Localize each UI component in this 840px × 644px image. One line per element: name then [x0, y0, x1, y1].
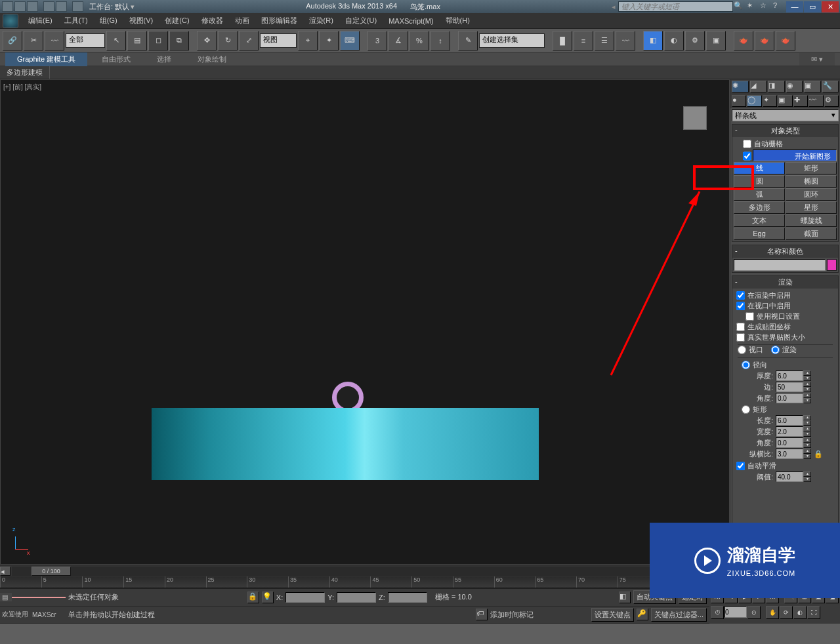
render-setup-icon[interactable]: ⚙ [685, 31, 705, 50]
rect-region-icon[interactable]: ◻ [148, 31, 168, 50]
new-icon[interactable] [2, 1, 13, 12]
curve-editor-icon[interactable]: 〰 [616, 31, 635, 50]
gen-mapping-checkbox[interactable] [736, 323, 745, 331]
help-icon[interactable]: ? [773, 1, 785, 12]
length-spinner[interactable]: ▴▾ [776, 415, 812, 426]
menu-group[interactable]: 组(G) [94, 14, 123, 28]
viewport[interactable]: [+] [前] [真实] z x [0, 79, 730, 565]
tab-utilities-icon[interactable]: 🔧 [822, 81, 839, 92]
move-icon[interactable]: ✥ [197, 31, 217, 50]
sub-systems-icon[interactable]: ⚙ [824, 95, 839, 107]
obj-btn-text[interactable]: 文本 [734, 214, 785, 227]
obj-btn-ngon[interactable]: 多边形 [734, 201, 785, 214]
edit-named-sel-icon[interactable]: ✎ [458, 31, 478, 50]
add-time-tag[interactable]: 添加时间标记 [490, 610, 534, 620]
nav-pan-icon[interactable]: ✋ [766, 606, 779, 619]
obj-btn-egg[interactable]: Egg [734, 228, 785, 240]
ribbon-envelope-icon[interactable]: ✉ ▾ [799, 53, 835, 66]
tab-create-icon[interactable]: ✺ [732, 81, 749, 92]
use-vp-settings-checkbox[interactable] [746, 312, 754, 321]
project-icon[interactable] [72, 1, 83, 12]
mirror-icon[interactable]: ▐▌ [553, 31, 572, 50]
radio-viewport[interactable] [738, 346, 746, 354]
object-color-swatch[interactable] [827, 259, 837, 271]
pivot-icon[interactable]: ⌖ [298, 31, 318, 50]
menu-tools[interactable]: 工具(T) [58, 14, 94, 28]
keyboard-shortcut-override-icon[interactable]: ⌨ [340, 31, 360, 50]
app-logo-icon[interactable] [3, 14, 18, 28]
snap-spinner-icon[interactable]: ↕ [430, 31, 450, 50]
obj-btn-donut[interactable]: 圆环 [786, 188, 837, 201]
menu-create[interactable]: 创建(C) [159, 14, 195, 28]
x-input[interactable] [285, 592, 325, 603]
menu-views[interactable]: 视图(V) [123, 14, 159, 28]
radio-render[interactable] [771, 346, 780, 354]
snap-3-icon[interactable]: 3 [368, 31, 387, 50]
scene-cylinder-object[interactable] [152, 408, 539, 480]
start-new-shape-button[interactable]: 开始新图形 [753, 150, 837, 161]
tab-display-icon[interactable]: ▣ [804, 81, 821, 92]
render-production-icon[interactable]: 🫖 [734, 31, 753, 50]
unlink-icon[interactable]: ✂ [24, 31, 43, 50]
sides-spinner[interactable]: ▴▾ [776, 382, 812, 392]
angle-spinner[interactable]: ▴▾ [776, 393, 812, 403]
ribbon-tab-freeform[interactable]: 自由形式 [90, 52, 142, 66]
obj-btn-helix[interactable]: 螺旋线 [786, 214, 837, 227]
render-iterative-icon[interactable]: 🫖 [755, 31, 774, 50]
ribbon-tab-graphite[interactable]: Graphite 建模工具 [5, 52, 87, 66]
nav-max-toggle-icon[interactable]: ⛶ [807, 606, 820, 619]
ref-coord-dropdown[interactable]: 视图 [260, 33, 297, 48]
timeslider-handle[interactable]: 0 / 100 [32, 567, 71, 576]
obj-btn-section[interactable]: 截面 [786, 228, 837, 240]
selection-filter-dropdown[interactable]: 全部 [66, 33, 105, 48]
new-shape-checkbox[interactable] [743, 151, 751, 161]
isolate-icon[interactable]: 💡 [262, 592, 274, 603]
tab-hierarchy-icon[interactable]: ◨ [768, 81, 785, 92]
tab-motion-icon[interactable]: ◉ [786, 81, 803, 92]
obj-btn-star[interactable]: 星形 [786, 201, 837, 214]
y-input[interactable] [337, 592, 376, 603]
ribbon-poly-modeling[interactable]: 多边形建模 [0, 66, 50, 79]
window-crossing-icon[interactable]: ⧉ [169, 31, 189, 50]
sub-helpers-icon[interactable]: ✚ [793, 95, 808, 107]
rollout-header-name-color[interactable]: 名称和颜色 [732, 245, 838, 258]
sub-cameras-icon[interactable]: ▣ [778, 95, 792, 107]
window-maximize-icon[interactable]: ▭ [804, 1, 821, 12]
obj-btn-rectangle[interactable]: 矩形 [786, 162, 837, 174]
autosmooth-checkbox[interactable] [736, 462, 745, 470]
undo-icon[interactable] [43, 1, 54, 12]
open-icon[interactable] [14, 1, 26, 12]
angle2-spinner[interactable]: ▴▾ [776, 437, 812, 448]
search-input[interactable] [618, 1, 733, 12]
redo-icon[interactable] [56, 1, 67, 12]
timeslider-prev-icon[interactable]: ◂ [0, 567, 10, 576]
snap-percent-icon[interactable]: % [410, 31, 429, 50]
lock-icon[interactable]: 🔒 [814, 450, 823, 458]
menu-edit[interactable]: 编辑(E) [22, 14, 58, 28]
search-left-caret-icon[interactable]: ◂ [612, 3, 616, 11]
schematic-view-icon[interactable]: ◧ [643, 31, 663, 50]
obj-btn-circle[interactable]: 圆 [734, 175, 785, 188]
comm-center-icon[interactable]: ✶ [747, 1, 759, 12]
select-name-icon[interactable]: ▤ [127, 31, 147, 50]
enable-viewport-checkbox[interactable] [736, 302, 745, 310]
setkey-button[interactable]: 设置关键点 [591, 608, 634, 622]
align-icon[interactable]: ≡ [574, 31, 593, 50]
viewport-label[interactable]: [+] [前] [真实] [3, 83, 41, 92]
menu-help[interactable]: 帮助(H) [440, 14, 476, 28]
threshold-spinner[interactable]: ▴▾ [776, 472, 812, 482]
rotate-icon[interactable]: ↻ [218, 31, 238, 50]
named-selection-dropdown[interactable]: 创建选择集 [479, 33, 545, 48]
object-name-input[interactable] [734, 259, 826, 271]
window-minimize-icon[interactable]: — [786, 1, 803, 12]
thickness-spinner[interactable]: ▴▾ [776, 371, 812, 381]
obj-btn-arc[interactable]: 弧 [734, 188, 785, 201]
time-config-icon[interactable]: ⏱ [711, 606, 724, 619]
z-input[interactable] [388, 592, 427, 603]
window-close-icon[interactable]: ✕ [822, 1, 839, 12]
category-dropdown[interactable]: 样条线▾ [732, 110, 839, 121]
snap-angle-icon[interactable]: ∡ [388, 31, 408, 50]
lock-selection-icon[interactable]: 🔒 [247, 592, 259, 603]
adaptive-deg-icon[interactable]: ◧ [619, 592, 631, 603]
width-spinner[interactable]: ▴▾ [776, 426, 812, 437]
